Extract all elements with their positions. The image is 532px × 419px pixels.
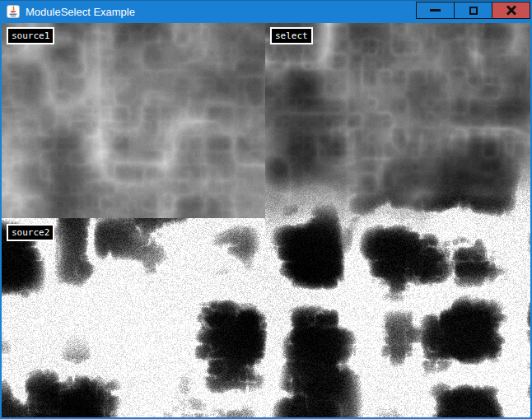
- source1-noise-render: [2, 23, 265, 218]
- source1-label: source1: [7, 27, 54, 44]
- source2-noise-render: [2, 218, 265, 417]
- java-coffee-cup-icon[interactable]: [7, 5, 20, 18]
- close-icon: [506, 6, 517, 16]
- source2-label: source2: [7, 224, 54, 241]
- maximize-button[interactable]: [454, 2, 492, 19]
- close-button[interactable]: [492, 2, 530, 19]
- app-window: ModuleSelect Example source1 select sour…: [0, 0, 532, 419]
- minimize-button[interactable]: [416, 2, 455, 19]
- window-title: ModuleSelect Example: [26, 6, 135, 18]
- window-controls: [416, 2, 530, 19]
- maximize-icon: [469, 7, 478, 15]
- minimize-icon: [430, 9, 441, 12]
- select-label: select: [270, 27, 313, 44]
- render-area: source1 select source2: [2, 23, 530, 417]
- titlebar[interactable]: ModuleSelect Example: [0, 0, 532, 23]
